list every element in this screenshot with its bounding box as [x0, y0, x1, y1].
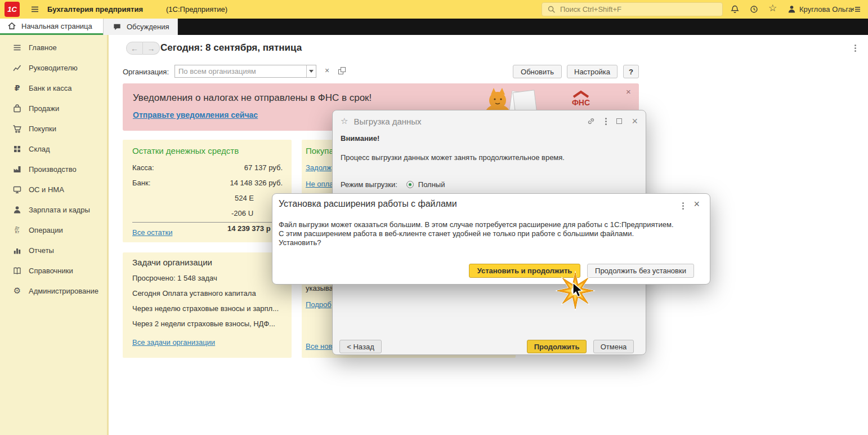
person-icon	[12, 205, 22, 215]
export-mode-row: Режим выгрузки: Полный	[341, 180, 445, 189]
cash-row-value: -206 U	[231, 209, 253, 218]
organization-value: По всем организациям	[175, 67, 306, 76]
sections-sidebar: Главное Руководителю ₽ Банк и касса Прод…	[0, 35, 109, 435]
sidebar-label: Администрирование	[29, 287, 99, 295]
ruble-icon: ₽	[12, 83, 22, 93]
details-link[interactable]: Подроб	[306, 300, 332, 309]
pin-star-icon[interactable]: ☆	[341, 116, 348, 126]
sidebar-item-administration[interactable]: ⚙ Администрирование	[0, 281, 107, 301]
user-name: Круглова Ольга	[799, 5, 852, 14]
extension-message-line3: Установить?	[279, 238, 321, 247]
banner-close-icon[interactable]: ×	[626, 87, 631, 96]
dialog-more-icon[interactable]	[605, 118, 607, 125]
sidebar-item-operations[interactable]: ДтКт Операции	[0, 220, 107, 240]
sidebar-label: Покупки	[29, 125, 56, 133]
boxes-grid-icon	[12, 144, 22, 154]
cash-total: 14 239 373 р	[227, 224, 271, 233]
sidebar-item-production[interactable]: Производство	[0, 159, 107, 179]
app-window: 1С Бухгалтерия предприятия (1С:Предприят…	[0, 0, 868, 435]
bar-chart-icon	[12, 246, 22, 255]
organization-select[interactable]: По всем организациям	[175, 65, 316, 78]
export-dialog-title: Выгрузка данных	[354, 117, 421, 126]
sidebar-item-salary-hr[interactable]: Зарплата и кадры	[0, 199, 107, 220]
cancel-button[interactable]: Отмена	[593, 340, 634, 353]
tab-discussions[interactable]: Обсуждения	[103, 19, 178, 35]
tab-discussions-label: Обсуждения	[127, 23, 169, 31]
debit-credit-icon: ДтКт	[12, 225, 22, 235]
export-mode-label: Режим выгрузки:	[341, 180, 397, 189]
sidebar-label: Продажи	[29, 104, 59, 113]
unpaid-link[interactable]: Не опла	[306, 180, 333, 188]
all-new-link[interactable]: Все нов	[306, 342, 332, 350]
sidebar-item-directories[interactable]: Справочники	[0, 260, 107, 281]
get-link-icon[interactable]	[587, 117, 596, 126]
panel-divider	[132, 222, 283, 223]
global-search-input[interactable]: Поиск Ctrl+Shift+F	[542, 2, 723, 16]
mode-full-radio[interactable]	[406, 181, 414, 188]
purchases-panel-title: Покупа	[306, 146, 334, 156]
close-icon[interactable]: ×	[632, 117, 638, 125]
history-icon[interactable]	[749, 4, 759, 15]
forward-arrow-button[interactable]: →	[143, 42, 160, 55]
tasks-panel-title: Задачи организации	[132, 258, 212, 267]
sidebar-item-main[interactable]: Главное	[0, 37, 107, 57]
organization-pick-icon[interactable]	[338, 67, 346, 74]
bag-icon	[12, 104, 22, 113]
sidebar-item-warehouse[interactable]: Склад	[0, 139, 107, 159]
maximize-icon[interactable]	[616, 118, 622, 124]
sidebar-label: ОС и НМА	[29, 185, 64, 194]
sidebar-item-reports[interactable]: Отчеты	[0, 240, 107, 260]
tab-bar: Начальная страница Обсуждения	[0, 19, 868, 35]
date-heading: Сегодня: 8 сентября, пятница	[160, 42, 302, 54]
main-menu-icon[interactable]	[29, 4, 40, 15]
back-arrow-button[interactable]: ←	[126, 42, 143, 55]
sidebar-item-sales[interactable]: Продажи	[0, 98, 107, 118]
back-button[interactable]: < Назад	[339, 340, 382, 353]
settings-button[interactable]: Настройка	[567, 65, 618, 78]
help-button[interactable]: ?	[623, 65, 639, 78]
notifications-bell-icon[interactable]	[730, 4, 740, 15]
dialog-more-icon[interactable]	[682, 202, 684, 210]
equipment-icon	[12, 185, 22, 194]
search-icon	[547, 5, 556, 14]
purchases-text: указыва	[306, 284, 333, 292]
send-notifications-link[interactable]: Отправьте уведомления сейчас	[133, 110, 258, 119]
export-dialog-titlebar: ☆ Выгрузка данных ×	[333, 110, 646, 132]
all-tasks-link[interactable]: Все задачи организации	[132, 338, 215, 347]
search-placeholder: Поиск Ctrl+Shift+F	[560, 5, 621, 14]
organization-clear-icon[interactable]: ×	[325, 66, 329, 75]
line-chart-icon	[12, 63, 22, 73]
extension-message-line2: С этим расширением работа в веб-клиенте …	[279, 229, 634, 238]
app-subtitle: (1С:Предприятие)	[166, 5, 227, 14]
all-balances-link[interactable]: Все остатки	[132, 228, 172, 237]
book-icon	[12, 266, 22, 276]
task-row: Через неделю страховые взносы и зарпл...	[132, 304, 279, 313]
extension-dialog-title: Установка расширения работы с файлами	[279, 199, 457, 209]
tab-home-label: Начальная страница	[21, 22, 92, 30]
sidebar-label: Руководителю	[29, 64, 78, 72]
factory-icon	[12, 165, 22, 174]
cash-balances-panel: Остатки денежных средств Касса: 67 137 р…	[123, 140, 292, 242]
attention-label: Внимание!	[341, 134, 379, 143]
favorites-star-icon[interactable]: ☆	[767, 3, 778, 14]
continue-without-install-button[interactable]: Продолжить без установки	[587, 264, 694, 278]
banner-title: Уведомления о налогах не отправлены в ФН…	[133, 92, 372, 104]
sidebar-item-fixed-assets[interactable]: ОС и НМА	[0, 179, 107, 199]
sidebar-label: Операции	[29, 226, 63, 234]
debt-link[interactable]: Задолж	[306, 163, 332, 172]
user-menu-icon[interactable]	[851, 4, 862, 15]
organization-label: Организация:	[123, 68, 169, 76]
tab-home-page[interactable]: Начальная страница	[0, 19, 103, 35]
sidebar-item-manager[interactable]: Руководителю	[0, 57, 107, 78]
user-avatar-icon[interactable]	[786, 4, 797, 15]
cash-row-value: 14 148 326 руб.	[230, 179, 283, 187]
continue-button[interactable]: Продолжить	[527, 340, 587, 353]
close-icon[interactable]: ×	[693, 200, 700, 208]
app-title: Бухгалтерия предприятия	[47, 5, 143, 14]
chevron-down-icon[interactable]	[306, 65, 316, 77]
refresh-button[interactable]: Обновить	[513, 65, 562, 78]
sidebar-item-bank-cash[interactable]: ₽ Банк и касса	[0, 78, 107, 98]
page-more-menu-icon[interactable]	[854, 45, 856, 52]
sidebar-item-purchases[interactable]: Покупки	[0, 118, 107, 139]
file-extension-dialog: Установка расширения работы с файлами × …	[272, 193, 710, 285]
